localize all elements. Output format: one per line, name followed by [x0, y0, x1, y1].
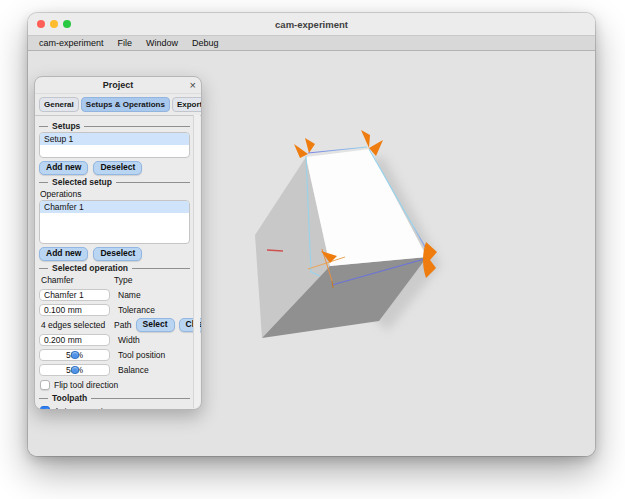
axis-red-line	[267, 250, 283, 251]
setups-section-header: Setups	[39, 121, 190, 131]
traffic-lights	[37, 20, 71, 28]
name-label: Name	[118, 290, 141, 300]
close-icon[interactable]: ×	[190, 78, 196, 93]
list-item[interactable]: Chamfer 1	[40, 201, 189, 213]
operations-label: Operations	[40, 189, 190, 199]
tolerance-row: 0.100 mm Tolerance	[39, 304, 190, 316]
width-field[interactable]: 0.200 mm	[39, 334, 110, 346]
deselect-setup-button[interactable]: Deselect	[93, 161, 142, 175]
toolpath-section-header: Toolpath	[39, 393, 190, 403]
path-label: Path	[114, 320, 132, 330]
flip-tool-direction-checkbox[interactable]	[40, 380, 50, 390]
project-panel-title: Project	[103, 80, 134, 90]
flip-tool-direction-label: Flip tool direction	[54, 380, 118, 390]
path-status: 4 edges selected	[39, 320, 105, 330]
project-panel-header[interactable]: Project ×	[35, 77, 201, 94]
panel-body: Setups Setup 1 Add new Deselect Selected…	[35, 116, 201, 410]
balance-row: 50% Balance	[39, 364, 190, 376]
menu-item-file[interactable]: File	[111, 36, 140, 50]
menu-bar: cam-experiment File Window Debug	[28, 35, 595, 51]
app-window: cam-experiment cam-experiment File Windo…	[28, 13, 595, 456]
type-label: Type	[114, 275, 132, 285]
path-row: 4 edges selected Path Select Clear	[39, 319, 190, 331]
add-new-operation-button[interactable]: Add new	[39, 247, 88, 261]
tool-position-row: 50% Tool position	[39, 349, 190, 361]
deselect-operation-button[interactable]: Deselect	[93, 247, 142, 261]
zoom-window-button[interactable]	[63, 20, 71, 28]
balance-slider[interactable]: 50%	[39, 364, 110, 376]
close-window-button[interactable]	[37, 20, 45, 28]
tab-setups-operations[interactable]: Setups & Operations	[81, 97, 170, 112]
tab-general[interactable]: General	[39, 97, 79, 112]
menu-item-debug[interactable]: Debug	[185, 36, 226, 50]
tool-position-slider[interactable]: 50%	[39, 349, 110, 361]
project-panel: Project × General Setups & Operations Ex…	[34, 76, 202, 410]
chamfer-marker-left	[294, 138, 315, 158]
menu-item-app[interactable]: cam-experiment	[32, 36, 111, 50]
auto-generate-row: ✓ Auto-generate	[40, 405, 190, 410]
panel-tabstrip: General Setups & Operations Export	[35, 94, 201, 116]
balance-slider-thumb[interactable]	[71, 366, 79, 374]
tab-export[interactable]: Export	[172, 97, 202, 112]
viewport: Project × General Setups & Operations Ex…	[28, 51, 595, 456]
width-label: Width	[118, 335, 140, 345]
operation-name-row: Chamfer 1 Name	[39, 289, 190, 301]
tolerance-label: Tolerance	[118, 305, 155, 315]
operations-list[interactable]: Chamfer 1	[39, 200, 190, 244]
auto-generate-label: Auto-generate	[54, 406, 108, 410]
flip-tool-direction-row: Flip tool direction	[40, 379, 190, 391]
list-item[interactable]: Setup 1	[40, 133, 189, 145]
path-select-button[interactable]: Select	[136, 318, 175, 332]
tolerance-field[interactable]: 0.100 mm	[39, 304, 110, 316]
selected-setup-section-header: Selected setup	[39, 177, 190, 187]
tool-position-label: Tool position	[118, 350, 165, 360]
add-new-setup-button[interactable]: Add new	[39, 161, 88, 175]
auto-generate-checkbox[interactable]: ✓	[40, 406, 50, 410]
title-bar[interactable]: cam-experiment	[28, 13, 595, 35]
window-title: cam-experiment	[275, 19, 348, 30]
panel-scrollbar[interactable]	[193, 115, 200, 408]
tool-position-slider-thumb[interactable]	[71, 351, 79, 359]
selected-operation-section-header: Selected operation	[39, 263, 190, 273]
name-field[interactable]: Chamfer 1	[39, 289, 110, 301]
width-row: 0.200 mm Width	[39, 334, 190, 346]
minimize-window-button[interactable]	[50, 20, 58, 28]
operation-type-value: Chamfer	[39, 275, 74, 285]
menu-item-window[interactable]: Window	[139, 36, 185, 50]
setups-list[interactable]: Setup 1	[39, 132, 190, 158]
operation-type-row: Chamfer Type	[39, 274, 190, 286]
balance-label: Balance	[118, 365, 149, 375]
